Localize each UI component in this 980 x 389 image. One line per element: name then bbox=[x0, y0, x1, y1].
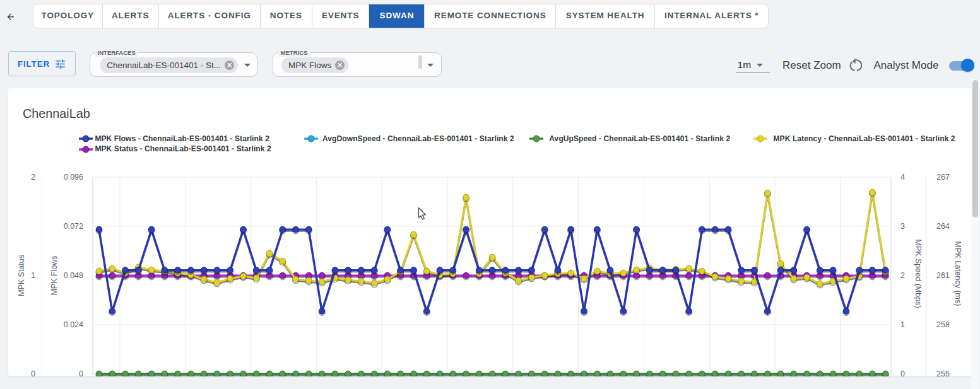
svg-text:0: 0 bbox=[79, 369, 83, 376]
svg-text:0.024: 0.024 bbox=[64, 320, 83, 329]
svg-text:3: 3 bbox=[900, 222, 905, 231]
svg-text:4: 4 bbox=[900, 173, 905, 182]
svg-text:261: 261 bbox=[936, 271, 950, 280]
svg-text:1: 1 bbox=[31, 271, 35, 280]
svg-text:255: 255 bbox=[936, 369, 950, 376]
svg-text:0.072: 0.072 bbox=[64, 222, 83, 231]
svg-text:MPK Speed (Mbps): MPK Speed (Mbps) bbox=[914, 239, 923, 308]
svg-text:MPK Latency (ms): MPK Latency (ms) bbox=[953, 241, 962, 306]
svg-text:0.048: 0.048 bbox=[64, 271, 83, 280]
svg-text:2: 2 bbox=[900, 271, 905, 280]
svg-text:MPK Status: MPK Status bbox=[17, 255, 26, 296]
svg-text:1: 1 bbox=[900, 320, 905, 329]
svg-text:258: 258 bbox=[936, 320, 950, 329]
svg-text:0.096: 0.096 bbox=[64, 173, 83, 182]
svg-text:0: 0 bbox=[900, 369, 905, 376]
svg-text:267: 267 bbox=[936, 173, 950, 182]
svg-text:264: 264 bbox=[936, 222, 950, 231]
svg-text:0: 0 bbox=[31, 369, 35, 376]
svg-text:MPK Flows: MPK Flows bbox=[50, 255, 59, 295]
svg-text:2: 2 bbox=[31, 173, 35, 182]
